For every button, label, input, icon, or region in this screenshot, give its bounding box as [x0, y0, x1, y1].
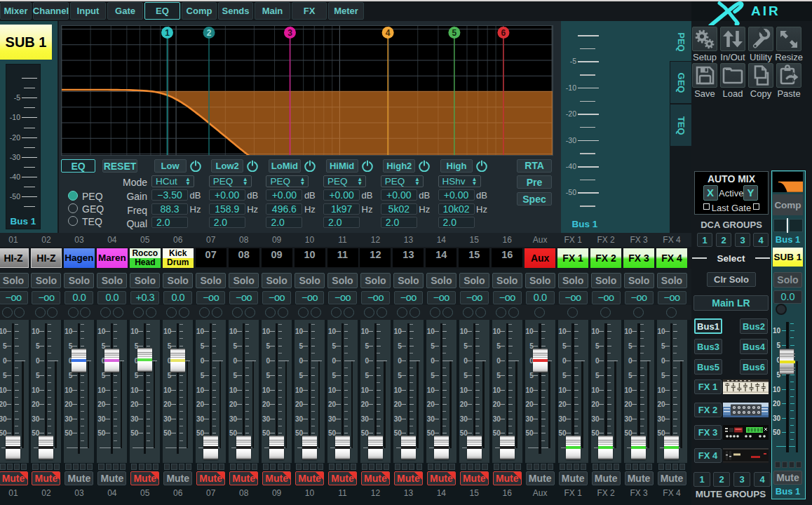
- svg-text:3: 3: [287, 28, 292, 38]
- svg-text:4: 4: [386, 28, 391, 38]
- svg-text:5: 5: [452, 28, 457, 38]
- svg-text:AIR: AIR: [751, 4, 780, 18]
- svg-text:1: 1: [165, 28, 170, 38]
- svg-text:6: 6: [501, 28, 506, 38]
- svg-text:2: 2: [207, 28, 212, 38]
